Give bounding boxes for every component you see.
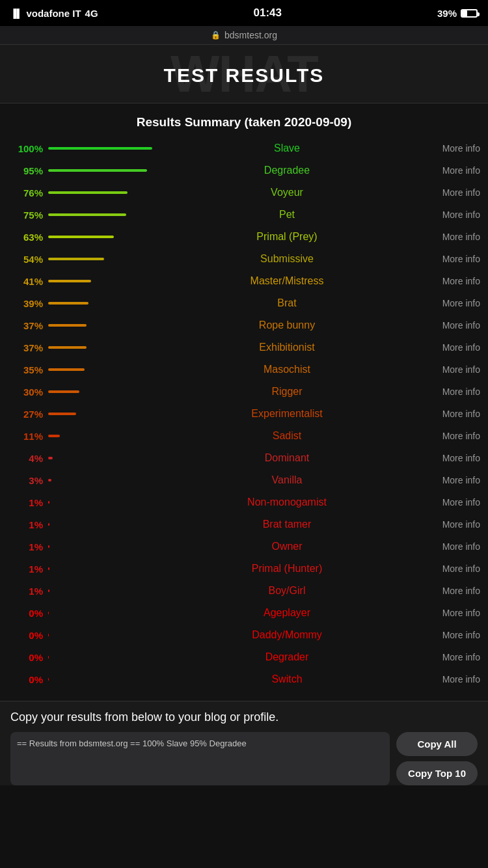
table-row: 41%Master/MistressMore info <box>8 270 480 292</box>
more-info-button[interactable]: More info <box>415 143 480 154</box>
result-bar-container <box>48 169 159 172</box>
result-bar-container <box>48 590 159 592</box>
result-bar <box>48 280 91 282</box>
more-info-button[interactable]: More info <box>415 187 480 198</box>
result-name: Dominant <box>159 452 415 464</box>
table-row: 1%Primal (Hunter)More info <box>8 558 480 580</box>
more-info-button[interactable]: More info <box>415 165 480 176</box>
more-info-button[interactable]: More info <box>415 320 480 331</box>
table-row: 30%RiggerMore info <box>8 381 480 403</box>
result-pct: 54% <box>8 254 48 265</box>
result-bar-container <box>48 634 159 636</box>
result-name: Owner <box>159 541 415 552</box>
table-row: 0%Daddy/MommyMore info <box>8 624 480 646</box>
table-row: 27%ExperimentalistMore info <box>8 403 480 425</box>
copy-all-button[interactable]: Copy All <box>396 732 478 756</box>
more-info-button[interactable]: More info <box>415 387 480 397</box>
hero-banner: WHAT Test Results <box>0 45 488 103</box>
table-row: 3%VanillaMore info <box>8 469 480 491</box>
result-pct: 76% <box>8 187 48 198</box>
lock-icon: 🔒 <box>211 31 221 40</box>
more-info-button[interactable]: More info <box>415 232 480 242</box>
result-bar <box>48 169 147 172</box>
result-bar-container <box>48 346 159 349</box>
result-name: Boy/Girl <box>159 585 415 597</box>
result-pct: 30% <box>8 387 48 398</box>
more-info-button[interactable]: More info <box>415 674 480 685</box>
copy-buttons: Copy All Copy Top 10 <box>396 732 478 785</box>
more-info-button[interactable]: More info <box>415 519 480 530</box>
result-pct: 1% <box>8 586 48 597</box>
result-bar <box>48 523 49 526</box>
result-name: Masochist <box>159 364 415 375</box>
result-bar <box>48 634 49 636</box>
table-row: 1%OwnerMore info <box>8 536 480 558</box>
table-row: 1%Non-monogamistMore info <box>8 491 480 513</box>
result-name: Brat <box>159 297 415 309</box>
table-row: 75%PetMore info <box>8 204 480 226</box>
result-bar-container <box>48 612 159 614</box>
result-bar-container <box>48 368 159 371</box>
result-bar <box>48 413 76 415</box>
more-info-button[interactable]: More info <box>415 608 480 618</box>
result-bar <box>48 368 85 371</box>
result-bar-container <box>48 191 159 194</box>
address-bar[interactable]: 🔒 bdsmtest.org <box>0 26 488 45</box>
more-info-button[interactable]: More info <box>415 563 480 574</box>
result-bar-container <box>48 479 159 481</box>
more-info-button[interactable]: More info <box>415 276 480 286</box>
more-info-button[interactable]: More info <box>415 630 480 640</box>
result-bar-container <box>48 302 159 305</box>
result-pct: 37% <box>8 320 48 331</box>
result-bar <box>48 258 104 260</box>
result-pct: 0% <box>8 652 48 663</box>
result-name: Ageplayer <box>159 607 415 619</box>
result-bar-container <box>48 324 159 327</box>
more-info-button[interactable]: More info <box>415 586 480 596</box>
copy-textarea[interactable]: == Results from bdsmtest.org == 100% Sla… <box>10 732 390 785</box>
more-info-button[interactable]: More info <box>415 254 480 264</box>
result-pct: 35% <box>8 364 48 375</box>
result-bar-container <box>48 567 159 570</box>
table-row: 100%SlaveMore info <box>8 137 480 159</box>
more-info-button[interactable]: More info <box>415 453 480 463</box>
result-bar-container <box>48 678 159 681</box>
more-info-button[interactable]: More info <box>415 475 480 485</box>
result-bar-container <box>48 656 159 658</box>
result-bar <box>48 191 128 194</box>
more-info-button[interactable]: More info <box>415 409 480 419</box>
result-pct: 41% <box>8 276 48 287</box>
table-row: 95%DegradeeMore info <box>8 159 480 182</box>
result-name: Degradee <box>159 165 415 176</box>
result-pct: 0% <box>8 674 48 685</box>
signal-icon: ▐▌ <box>10 8 22 18</box>
result-name: Voyeur <box>159 187 415 198</box>
more-info-button[interactable]: More info <box>415 431 480 441</box>
more-info-button[interactable]: More info <box>415 210 480 220</box>
more-info-button[interactable]: More info <box>415 497 480 508</box>
result-pct: 39% <box>8 298 48 309</box>
more-info-button[interactable]: More info <box>415 652 480 662</box>
more-info-button[interactable]: More info <box>415 364 480 375</box>
result-pct: 1% <box>8 497 48 508</box>
results-summary-title: Results Summary (taken 2020-09-09) <box>8 103 480 137</box>
result-name: Brat tamer <box>159 519 415 530</box>
copy-prompt: Copy your results from below to your blo… <box>10 711 478 732</box>
table-row: 0%DegraderMore info <box>8 646 480 668</box>
result-bar <box>48 479 51 481</box>
table-row: 39%BratMore info <box>8 292 480 314</box>
result-bar <box>48 656 49 658</box>
result-pct: 63% <box>8 232 48 243</box>
more-info-button[interactable]: More info <box>415 541 480 552</box>
result-pct: 1% <box>8 519 48 530</box>
result-bar-container <box>48 280 159 282</box>
copy-top10-button[interactable]: Copy Top 10 <box>396 761 478 785</box>
more-info-button[interactable]: More info <box>415 298 480 308</box>
result-name: Primal (Prey) <box>159 231 415 243</box>
more-info-button[interactable]: More info <box>415 342 480 353</box>
result-pct: 0% <box>8 630 48 641</box>
result-name: Primal (Hunter) <box>159 563 415 575</box>
result-name: Degrader <box>159 651 415 663</box>
status-right: 39% <box>437 8 478 19</box>
table-row: 54%SubmissiveMore info <box>8 248 480 270</box>
